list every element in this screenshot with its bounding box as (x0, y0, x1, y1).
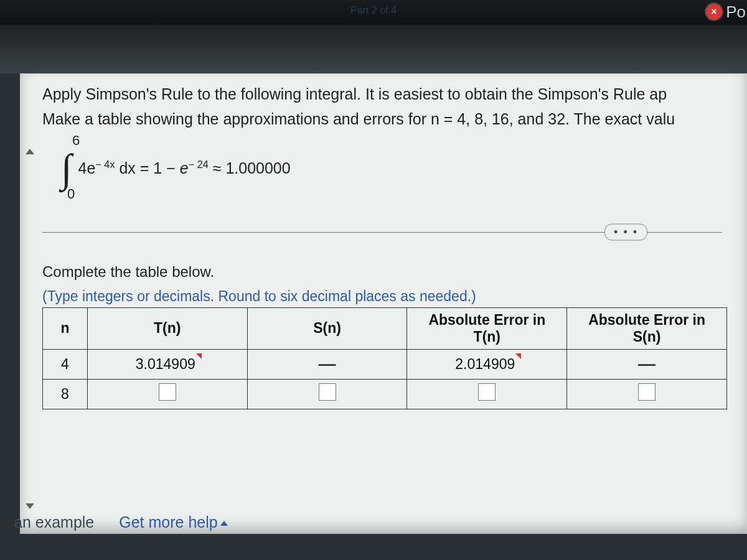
header-shadow (0, 25, 747, 73)
table-header-row: n T(n) S(n) Absolute Error in T(n) Absol… (43, 307, 727, 349)
answer-input[interactable] (159, 383, 176, 401)
cell-n: 8 (43, 379, 88, 409)
example-link[interactable]: an example (14, 513, 94, 531)
bottom-link-row: an example Get more help (14, 513, 228, 531)
integral-lower-limit: 0 (67, 187, 75, 201)
section-instruction: Complete the table below. (42, 263, 747, 281)
answer-table: n T(n) S(n) Absolute Error in T(n) Absol… (42, 307, 727, 409)
part-indicator: Part 2 of 4 (350, 5, 397, 16)
col-header-tn: T(n) (87, 307, 247, 349)
answer-input[interactable] (638, 383, 655, 401)
cell-err-sn (567, 379, 727, 409)
dash-icon: — (638, 354, 655, 373)
cell-err-tn: 2.014909 (407, 349, 567, 379)
chevron-up-icon (220, 521, 228, 526)
prompt-line-1: Apply Simpson's Rule to the following in… (42, 84, 747, 105)
prompt-line-2: Make a table showing the approximations … (42, 109, 747, 130)
answer-input[interactable] (319, 383, 336, 401)
window-topbar: Part 2 of 4 × Po (0, 0, 747, 25)
filled-answer[interactable]: 3.014909 (136, 356, 199, 373)
scroll-up-icon[interactable] (26, 149, 34, 154)
filled-answer[interactable]: 2.014909 (455, 356, 519, 373)
cell-sn: — (247, 349, 407, 379)
title-fragment: Po (726, 2, 746, 22)
close-icon[interactable]: × (706, 4, 722, 20)
question-panel: Apply Simpson's Rule to the following in… (20, 73, 747, 534)
integral-upper-limit: 6 (72, 134, 80, 147)
col-header-n: n (43, 307, 88, 349)
get-more-help-link[interactable]: Get more help (119, 513, 227, 531)
dash-icon: — (319, 354, 336, 373)
cell-err-sn: — (567, 349, 727, 379)
col-header-sn: S(n) (247, 307, 407, 349)
cell-tn (87, 379, 247, 409)
integrand: 4e− 4x dx = 1 − e− 24 ≈ 1.000000 (78, 159, 291, 177)
more-options-button[interactable]: • • • (604, 223, 647, 240)
table-row: 8 (43, 379, 727, 409)
scroll-rail (24, 74, 36, 534)
cell-tn: 3.014909 (87, 349, 247, 379)
cell-n: 4 (43, 349, 88, 379)
input-hint: (Type integers or decimals. Round to six… (42, 288, 747, 305)
integral-expression: ∫ 6 0 4e− 4x dx = 1 − e− 24 ≈ 1.000000 (61, 149, 747, 189)
cell-sn (247, 379, 407, 409)
col-header-err-sn: Absolute Error in S(n) (567, 307, 727, 349)
table-row: 4 3.014909 — 2.014909 — (43, 349, 727, 379)
col-header-err-tn: Absolute Error in T(n) (407, 307, 567, 349)
section-divider: • • • (42, 220, 722, 245)
cell-err-tn (407, 379, 567, 409)
answer-input[interactable] (478, 383, 496, 401)
scroll-down-icon[interactable] (26, 503, 34, 509)
integral-sign-icon: ∫ 6 0 (61, 149, 72, 189)
